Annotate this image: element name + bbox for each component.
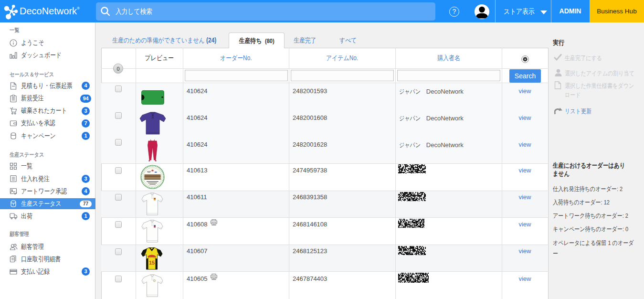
svg-text:15: 15: [149, 260, 155, 266]
svg-text:··▪··: ··▪··: [151, 168, 154, 171]
svg-text:FUKUOKA: FUKUOKA: [147, 256, 157, 259]
